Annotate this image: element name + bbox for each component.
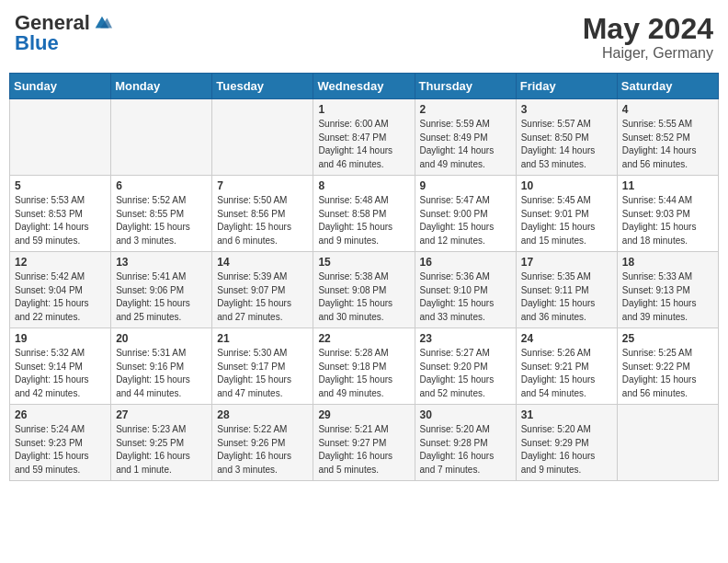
weekday-header-tuesday: Tuesday [212, 74, 313, 99]
day-number: 29 [318, 408, 409, 421]
day-info: Sunrise: 6:00 AMSunset: 8:47 PMDaylight:… [318, 118, 409, 171]
day-info: Sunrise: 5:27 AMSunset: 9:20 PMDaylight:… [420, 347, 511, 400]
calendar-day-cell: 12Sunrise: 5:42 AMSunset: 9:04 PMDayligh… [10, 252, 111, 328]
calendar-day-cell: 18Sunrise: 5:33 AMSunset: 9:13 PMDayligh… [617, 252, 718, 328]
weekday-header-row: SundayMondayTuesdayWednesdayThursdayFrid… [10, 74, 719, 99]
calendar-day-cell: 26Sunrise: 5:24 AMSunset: 9:23 PMDayligh… [10, 405, 111, 481]
weekday-header-sunday: Sunday [10, 74, 111, 99]
day-info: Sunrise: 5:23 AMSunset: 9:25 PMDaylight:… [116, 423, 207, 477]
day-info: Sunrise: 5:26 AMSunset: 9:21 PMDaylight:… [521, 347, 612, 400]
day-number: 21 [217, 332, 308, 345]
calendar-table: SundayMondayTuesdayWednesdayThursdayFrid… [9, 73, 719, 481]
calendar-day-cell: 25Sunrise: 5:25 AMSunset: 9:22 PMDayligh… [617, 328, 718, 405]
calendar-day-cell: 20Sunrise: 5:31 AMSunset: 9:16 PMDayligh… [111, 328, 212, 405]
weekday-header-wednesday: Wednesday [313, 74, 415, 99]
calendar-day-cell: 16Sunrise: 5:36 AMSunset: 9:10 PMDayligh… [415, 252, 516, 328]
day-info: Sunrise: 5:35 AMSunset: 9:11 PMDaylight:… [521, 270, 612, 324]
calendar-day-cell: 17Sunrise: 5:35 AMSunset: 9:11 PMDayligh… [516, 252, 617, 328]
day-info: Sunrise: 5:47 AMSunset: 9:00 PMDaylight:… [420, 194, 511, 247]
page-header: General Blue May 2024 Haiger, Germany [9, 9, 719, 65]
day-number: 25 [622, 332, 713, 345]
day-number: 16 [420, 256, 511, 269]
calendar-day-cell: 21Sunrise: 5:30 AMSunset: 9:17 PMDayligh… [212, 328, 313, 405]
day-number: 30 [420, 408, 511, 421]
day-number: 1 [318, 103, 409, 116]
day-number: 4 [622, 103, 713, 116]
weekday-header-saturday: Saturday [617, 74, 718, 99]
day-number: 26 [15, 408, 106, 421]
day-number: 19 [15, 332, 106, 345]
weekday-header-monday: Monday [111, 74, 212, 99]
calendar-day-cell: 10Sunrise: 5:45 AMSunset: 9:01 PMDayligh… [516, 176, 617, 252]
calendar-day-cell [617, 405, 718, 481]
day-number: 24 [521, 332, 612, 345]
calendar-day-cell: 1Sunrise: 6:00 AMSunset: 8:47 PMDaylight… [313, 99, 415, 176]
calendar-day-cell: 8Sunrise: 5:48 AMSunset: 8:58 PMDaylight… [313, 176, 415, 252]
day-info: Sunrise: 5:41 AMSunset: 9:06 PMDaylight:… [116, 270, 207, 324]
calendar-week-row: 12Sunrise: 5:42 AMSunset: 9:04 PMDayligh… [10, 252, 719, 328]
calendar-day-cell: 13Sunrise: 5:41 AMSunset: 9:06 PMDayligh… [111, 252, 212, 328]
day-number: 20 [116, 332, 207, 345]
logo-icon [92, 13, 112, 33]
calendar-day-cell [111, 99, 212, 176]
day-info: Sunrise: 5:39 AMSunset: 9:07 PMDaylight:… [217, 270, 308, 324]
day-info: Sunrise: 5:20 AMSunset: 9:28 PMDaylight:… [420, 423, 511, 477]
day-info: Sunrise: 5:24 AMSunset: 9:23 PMDaylight:… [15, 423, 106, 477]
day-info: Sunrise: 5:44 AMSunset: 9:03 PMDaylight:… [622, 194, 713, 247]
calendar-day-cell [10, 99, 111, 176]
day-info: Sunrise: 5:32 AMSunset: 9:14 PMDaylight:… [15, 347, 106, 400]
logo: General Blue [15, 13, 112, 53]
calendar-day-cell: 9Sunrise: 5:47 AMSunset: 9:00 PMDaylight… [415, 176, 516, 252]
day-number: 27 [116, 408, 207, 421]
day-number: 12 [15, 256, 106, 269]
calendar-day-cell: 4Sunrise: 5:55 AMSunset: 8:52 PMDaylight… [617, 99, 718, 176]
day-info: Sunrise: 5:53 AMSunset: 8:53 PMDaylight:… [15, 194, 106, 247]
day-info: Sunrise: 5:55 AMSunset: 8:52 PMDaylight:… [622, 118, 713, 171]
day-info: Sunrise: 5:25 AMSunset: 9:22 PMDaylight:… [622, 347, 713, 400]
location-title: Haiger, Germany [583, 45, 713, 62]
day-info: Sunrise: 5:31 AMSunset: 9:16 PMDaylight:… [116, 347, 207, 400]
calendar-week-row: 19Sunrise: 5:32 AMSunset: 9:14 PMDayligh… [10, 328, 719, 405]
day-info: Sunrise: 5:20 AMSunset: 9:29 PMDaylight:… [521, 423, 612, 477]
calendar-week-row: 1Sunrise: 6:00 AMSunset: 8:47 PMDaylight… [10, 99, 719, 176]
day-info: Sunrise: 5:45 AMSunset: 9:01 PMDaylight:… [521, 194, 612, 247]
calendar-day-cell: 2Sunrise: 5:59 AMSunset: 8:49 PMDaylight… [415, 99, 516, 176]
day-info: Sunrise: 5:50 AMSunset: 8:56 PMDaylight:… [217, 194, 308, 247]
day-info: Sunrise: 5:21 AMSunset: 9:27 PMDaylight:… [318, 423, 409, 477]
day-number: 28 [217, 408, 308, 421]
calendar-day-cell: 19Sunrise: 5:32 AMSunset: 9:14 PMDayligh… [10, 328, 111, 405]
weekday-header-thursday: Thursday [415, 74, 516, 99]
calendar-day-cell: 29Sunrise: 5:21 AMSunset: 9:27 PMDayligh… [313, 405, 415, 481]
day-number: 23 [420, 332, 511, 345]
month-title: May 2024 [583, 13, 713, 45]
day-info: Sunrise: 5:57 AMSunset: 8:50 PMDaylight:… [521, 118, 612, 171]
calendar-day-cell: 7Sunrise: 5:50 AMSunset: 8:56 PMDaylight… [212, 176, 313, 252]
calendar-day-cell: 3Sunrise: 5:57 AMSunset: 8:50 PMDaylight… [516, 99, 617, 176]
day-info: Sunrise: 5:48 AMSunset: 8:58 PMDaylight:… [318, 194, 409, 247]
calendar-day-cell: 5Sunrise: 5:53 AMSunset: 8:53 PMDaylight… [10, 176, 111, 252]
day-number: 6 [116, 179, 207, 192]
day-number: 5 [15, 179, 106, 192]
calendar-day-cell: 30Sunrise: 5:20 AMSunset: 9:28 PMDayligh… [415, 405, 516, 481]
calendar-day-cell: 11Sunrise: 5:44 AMSunset: 9:03 PMDayligh… [617, 176, 718, 252]
day-info: Sunrise: 5:22 AMSunset: 9:26 PMDaylight:… [217, 423, 308, 477]
day-number: 22 [318, 332, 409, 345]
day-number: 15 [318, 256, 409, 269]
day-number: 14 [217, 256, 308, 269]
day-number: 8 [318, 179, 409, 192]
weekday-header-friday: Friday [516, 74, 617, 99]
calendar-day-cell: 27Sunrise: 5:23 AMSunset: 9:25 PMDayligh… [111, 405, 212, 481]
day-info: Sunrise: 5:28 AMSunset: 9:18 PMDaylight:… [318, 347, 409, 400]
day-number: 3 [521, 103, 612, 116]
day-info: Sunrise: 5:42 AMSunset: 9:04 PMDaylight:… [15, 270, 106, 324]
calendar-day-cell: 24Sunrise: 5:26 AMSunset: 9:21 PMDayligh… [516, 328, 617, 405]
calendar-day-cell [212, 99, 313, 176]
day-number: 13 [116, 256, 207, 269]
day-info: Sunrise: 5:30 AMSunset: 9:17 PMDaylight:… [217, 347, 308, 400]
day-number: 10 [521, 179, 612, 192]
day-info: Sunrise: 5:59 AMSunset: 8:49 PMDaylight:… [420, 118, 511, 171]
calendar-day-cell: 28Sunrise: 5:22 AMSunset: 9:26 PMDayligh… [212, 405, 313, 481]
calendar-day-cell: 14Sunrise: 5:39 AMSunset: 9:07 PMDayligh… [212, 252, 313, 328]
day-info: Sunrise: 5:52 AMSunset: 8:55 PMDaylight:… [116, 194, 207, 247]
calendar-day-cell: 22Sunrise: 5:28 AMSunset: 9:18 PMDayligh… [313, 328, 415, 405]
